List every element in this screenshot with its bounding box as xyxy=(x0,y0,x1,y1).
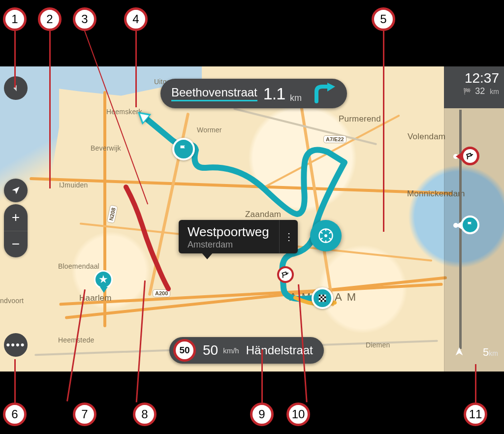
city-label: Purmerend xyxy=(339,114,381,124)
road-shield-a200: A200 xyxy=(153,289,170,297)
route-start-marker[interactable] xyxy=(172,138,195,160)
callout-5: 5 xyxy=(372,7,395,31)
city-label: Bloemendaal xyxy=(58,262,99,270)
destination-flag-icon: 🏁 xyxy=(463,88,471,95)
remaining-distance: 32 xyxy=(475,86,485,96)
city-label: Beverwijk xyxy=(91,144,121,152)
callout-8: 8 xyxy=(133,403,157,426)
route-bar-event-waypoint[interactable] xyxy=(455,220,466,231)
callout-6: 6 xyxy=(3,403,27,426)
city-label: Volendam xyxy=(408,132,445,142)
drive-here-button[interactable] xyxy=(310,220,342,251)
route-bar-position-icon xyxy=(454,346,465,360)
svg-rect-3 xyxy=(320,296,322,298)
route-bar-scale: 5km xyxy=(483,346,498,359)
selected-location-menu-button[interactable]: ⋮ xyxy=(279,220,298,253)
speed-panel[interactable]: 50 50 km/h Händelstraat xyxy=(169,337,324,364)
svg-rect-4 xyxy=(324,296,326,298)
next-distance-value: 1.1 xyxy=(263,84,285,103)
next-street-name: Beethovenstraat xyxy=(171,86,257,101)
road-shield-a7: A7/E22 xyxy=(323,135,346,143)
speed-limit-sign: 50 xyxy=(173,339,196,362)
arrival-info-panel[interactable]: 12:37 🏁 32km xyxy=(444,66,504,108)
callout-3: 3 xyxy=(73,7,96,31)
route-bar-event-camera[interactable] xyxy=(455,151,466,162)
city-label: Diemen xyxy=(366,341,390,349)
svg-rect-1 xyxy=(319,295,321,297)
callout-4: 4 xyxy=(124,7,148,31)
zoom-control[interactable]: + − xyxy=(4,204,28,257)
svg-rect-6 xyxy=(322,298,324,300)
current-speed-value: 50 xyxy=(203,342,218,358)
zoom-out-button[interactable]: − xyxy=(4,231,28,258)
current-speed-unit: km/h xyxy=(223,346,239,355)
switch-view-button[interactable] xyxy=(4,179,28,202)
svg-rect-2 xyxy=(322,295,324,297)
bottom-letterbox xyxy=(0,372,504,434)
main-menu-button[interactable]: •••• xyxy=(4,333,28,357)
route-bar[interactable]: 12:37 🏁 32km 5km xyxy=(444,66,504,372)
city-label: IJmuiden xyxy=(59,181,88,189)
city-label: Wormer xyxy=(197,126,222,134)
svg-point-10 xyxy=(324,234,327,237)
speed-camera-icon[interactable] xyxy=(277,266,294,283)
selected-location-title: Westpoortweg xyxy=(188,224,269,240)
top-letterbox xyxy=(0,0,504,66)
zoom-in-button[interactable]: + xyxy=(4,204,28,231)
callout-2: 2 xyxy=(38,7,62,31)
callout-1: 1 xyxy=(3,7,27,31)
turn-right-icon xyxy=(313,82,337,105)
city-label: ndvoort xyxy=(0,297,24,305)
callout-10: 10 xyxy=(286,403,310,426)
back-button[interactable] xyxy=(4,76,28,100)
selected-location-panel[interactable]: Westpoortweg Amsterdam ⋮ xyxy=(179,220,298,253)
callout-7: 7 xyxy=(73,403,96,426)
remaining-distance-unit: km xyxy=(490,88,499,95)
route-destination-marker[interactable] xyxy=(312,287,333,309)
svg-rect-5 xyxy=(319,298,321,300)
callout-9: 9 xyxy=(250,403,274,426)
city-label: Zaandam xyxy=(245,210,281,219)
favorite-poi-marker[interactable]: ★ xyxy=(94,270,114,290)
city-label-amsterdam: AM xyxy=(335,291,361,304)
arrival-time: 12:37 xyxy=(444,70,499,86)
next-distance-unit: km xyxy=(290,93,302,103)
next-instruction-panel[interactable]: Beethovenstraat 1.1 km xyxy=(160,79,347,108)
svg-rect-8 xyxy=(324,300,326,302)
svg-rect-7 xyxy=(320,300,322,302)
callout-11: 11 xyxy=(464,403,487,426)
selected-location-subtitle: Amsterdam xyxy=(188,240,269,250)
map-area[interactable]: A7/E22 N208 A200 Uitgeest Heemskerk Beve… xyxy=(0,66,504,372)
